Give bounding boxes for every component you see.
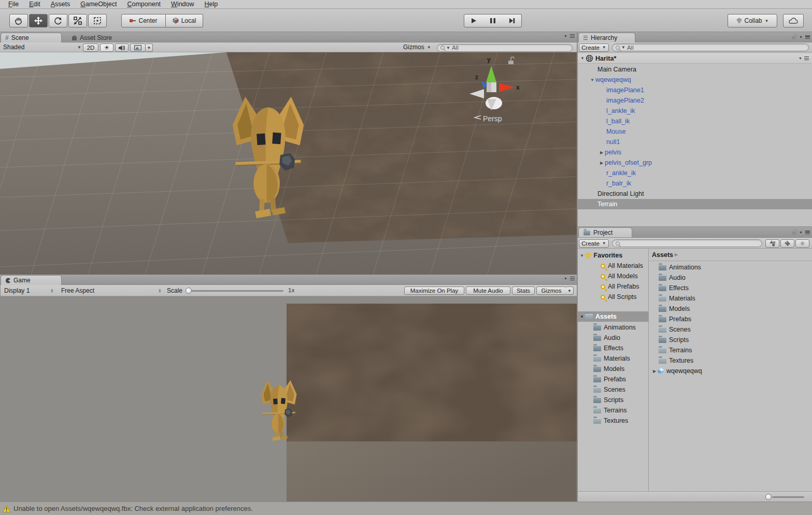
- hierarchy-scene-header[interactable]: ▼ Harita* ▼: [578, 53, 812, 64]
- tab-scene[interactable]: # Scene: [1, 33, 62, 42]
- asset-folder-audio[interactable]: Audio: [659, 273, 812, 283]
- hierarchy-lock-icon[interactable]: [792, 34, 796, 39]
- menu-gameobject[interactable]: GameObject: [75, 0, 122, 8]
- tree-folder-scenes[interactable]: Scenes: [593, 384, 649, 395]
- scale-slider-track[interactable]: [188, 290, 283, 292]
- tree-folder-models[interactable]: Models: [593, 364, 649, 374]
- scene-gizmos-dropdown[interactable]: Gizmos ▼: [403, 44, 431, 51]
- tree-folder-scripts[interactable]: Scripts: [593, 395, 649, 405]
- project-create-button[interactable]: Create ▼: [579, 239, 609, 248]
- tree-folder-effects[interactable]: Effects: [593, 343, 649, 353]
- menu-file[interactable]: File: [3, 0, 24, 8]
- asset-folder-scenes[interactable]: Scenes: [659, 324, 812, 335]
- step-button[interactable]: [502, 14, 522, 27]
- hierarchy-create-button[interactable]: Create ▼: [579, 44, 609, 52]
- tree-folder-animations[interactable]: Animations: [593, 322, 649, 333]
- scene-panel-menu-icon[interactable]: [570, 34, 575, 38]
- rotate-tool-button[interactable]: [49, 14, 67, 27]
- asset-folder-materials[interactable]: Materials: [659, 293, 812, 304]
- expander-icon[interactable]: ▼: [579, 253, 585, 258]
- asset-folder-terrains[interactable]: Terrains: [659, 345, 812, 355]
- hierarchy-item-null1[interactable]: null1: [606, 137, 810, 147]
- scene-header-caret-icon[interactable]: ▼: [799, 56, 802, 60]
- pause-button[interactable]: [483, 14, 503, 27]
- expander-icon[interactable]: ▶: [599, 161, 605, 165]
- project-lock-icon[interactable]: [792, 230, 796, 235]
- project-search-field[interactable]: [612, 239, 762, 247]
- scene-search-field[interactable]: ▼: [437, 44, 573, 52]
- move-tool-button[interactable]: [29, 14, 48, 27]
- scene-search-input[interactable]: [452, 45, 569, 51]
- favorites-header[interactable]: ▼ ★ Favorites: [579, 250, 648, 261]
- tree-folder-textures[interactable]: Textures: [593, 416, 649, 426]
- hierarchy-search-field[interactable]: ▼: [612, 44, 809, 51]
- menu-component[interactable]: Component: [122, 0, 166, 8]
- mute-audio-button[interactable]: Mute Audio: [466, 287, 510, 295]
- cloud-button[interactable]: [783, 14, 804, 27]
- shading-mode-dropdown[interactable]: Shaded: [3, 44, 24, 51]
- pivot-mode-button[interactable]: Center: [121, 14, 166, 27]
- hierarchy-item-l-ball-ik[interactable]: l_ball_ik: [606, 116, 810, 126]
- thumbnail-zoom-track[interactable]: [772, 496, 804, 498]
- scene-panel-caret-icon[interactable]: ▼: [564, 34, 567, 38]
- lighting-toggle-button[interactable]: ☀: [100, 44, 113, 52]
- maximize-on-play-button[interactable]: Maximize On Play: [404, 287, 464, 295]
- game-panel-menu-icon[interactable]: [570, 277, 575, 280]
- hierarchy-item-imageplane1[interactable]: imagePlane1: [606, 85, 810, 95]
- expander-icon[interactable]: ▼: [579, 314, 585, 319]
- tab-asset-store[interactable]: Asset Store: [66, 33, 117, 42]
- project-tree-assets-root[interactable]: ▼ Assets: [578, 311, 649, 322]
- hierarchy-item-wqewqeqwq[interactable]: ▼wqewqeqwq: [589, 75, 810, 85]
- asset-folder-models[interactable]: Models: [659, 304, 812, 314]
- 2d-toggle-button[interactable]: 2D: [83, 44, 98, 52]
- game-panel-caret-icon[interactable]: ▼: [564, 277, 567, 280]
- tree-folder-materials[interactable]: Materials: [593, 353, 649, 364]
- hierarchy-panel-caret-icon[interactable]: ▼: [799, 35, 803, 39]
- scene-viewport[interactable]: y x z Persp: [0, 52, 577, 275]
- hierarchy-item-l-ankle-ik[interactable]: l_ankle_ik: [606, 106, 810, 116]
- favorite-all-models[interactable]: All Models: [601, 271, 649, 281]
- hierarchy-item-main-camera[interactable]: Main Camera: [597, 64, 810, 75]
- scale-slider-knob[interactable]: [186, 288, 192, 294]
- hierarchy-item-pelvis[interactable]: ▶pelvis: [599, 147, 810, 158]
- hierarchy-item-r-balr-ik[interactable]: r_balr_ik: [606, 178, 810, 189]
- orientation-mode-button[interactable]: Local: [166, 14, 203, 27]
- expander-icon[interactable]: ▼: [579, 56, 586, 61]
- audio-toggle-button[interactable]: [115, 44, 129, 52]
- tab-hierarchy[interactable]: ☰ Hierarchy: [578, 33, 635, 42]
- status-bar[interactable]: Unable to open Assets/wqewqeqwq.fbx: Che…: [0, 502, 812, 515]
- tab-game[interactable]: Game: [1, 275, 62, 285]
- expander-icon[interactable]: ▶: [599, 150, 605, 155]
- asset-prefab-wqewqeqwq[interactable]: ▶ wqewqeqwq: [651, 366, 812, 376]
- hierarchy-panel-menu-icon[interactable]: [805, 35, 810, 39]
- hierarchy-item-pelvis-ofset-grp[interactable]: ▶pelvis_ofset_grp: [599, 158, 810, 168]
- project-panel-menu-icon[interactable]: [805, 231, 810, 234]
- menu-assets[interactable]: Assets: [46, 0, 76, 8]
- project-panel-caret-icon[interactable]: ▼: [799, 231, 803, 234]
- hierarchy-item-r-ankle-ik[interactable]: r_ankle_ik: [606, 168, 810, 178]
- asset-folder-animations[interactable]: Animations: [659, 262, 812, 273]
- favorites-filter-button[interactable]: ★: [795, 239, 809, 248]
- search-by-label-button[interactable]: [780, 239, 794, 248]
- search-by-type-button[interactable]: [765, 239, 779, 248]
- play-button[interactable]: [464, 14, 483, 27]
- stats-button[interactable]: Stats: [512, 287, 535, 295]
- expander-icon[interactable]: ▼: [589, 78, 595, 82]
- hand-tool-button[interactable]: [9, 14, 28, 27]
- collab-button[interactable]: Collab ▼: [728, 14, 777, 27]
- effects-caret-button[interactable]: ▼: [146, 44, 153, 52]
- thumbnail-zoom-knob[interactable]: [765, 494, 772, 500]
- tree-folder-audio[interactable]: Audio: [593, 333, 649, 343]
- tree-folder-terrains[interactable]: Terrains: [593, 405, 649, 416]
- effects-toggle-button[interactable]: [130, 44, 146, 52]
- tab-project[interactable]: Project: [578, 227, 632, 237]
- game-viewport[interactable]: [0, 296, 577, 502]
- game-gizmos-caret-button[interactable]: ▼: [566, 287, 574, 295]
- menu-help[interactable]: Help: [200, 0, 223, 8]
- asset-folder-textures[interactable]: Textures: [659, 355, 812, 366]
- asset-folder-scripts[interactable]: Scripts: [659, 335, 812, 345]
- favorite-all-scripts[interactable]: All Scripts: [601, 292, 649, 302]
- rect-tool-button[interactable]: [88, 14, 107, 27]
- game-gizmos-button[interactable]: Gizmos: [536, 287, 566, 295]
- asset-folder-prefabs[interactable]: Prefabs: [659, 314, 812, 324]
